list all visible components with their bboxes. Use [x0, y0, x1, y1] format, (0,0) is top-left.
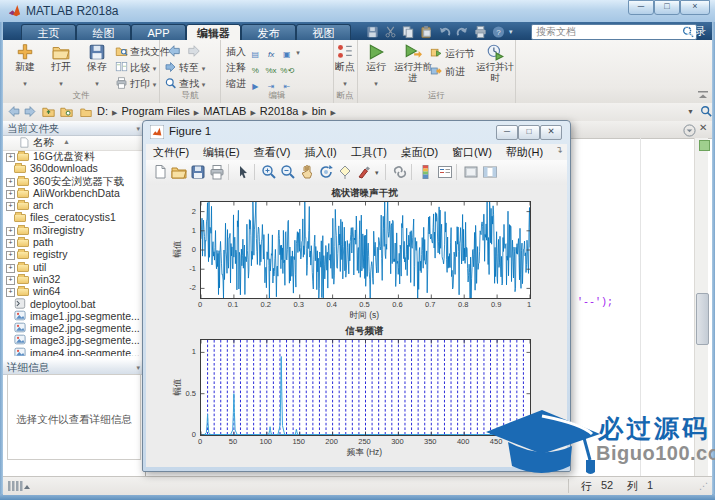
tab-APP[interactable]: APP — [131, 24, 186, 41]
login-button[interactable]: 登录 — [684, 24, 706, 39]
menu-插入(I)[interactable]: 插入(I) — [297, 144, 343, 160]
insert-colorbar-icon[interactable] — [418, 164, 434, 180]
tab-发布[interactable]: 发布 — [241, 24, 296, 41]
find-button[interactable]: 查找 ▾ — [164, 76, 205, 91]
expand-icon[interactable]: + — [6, 288, 15, 297]
zoom-in-icon[interactable] — [261, 164, 277, 180]
minimize-button[interactable]: ─ — [628, 0, 654, 15]
collapse-ribbon-icon[interactable] — [697, 86, 709, 104]
scrollbar-thumb[interactable] — [696, 293, 709, 345]
copy-icon[interactable] — [401, 25, 416, 39]
file-row[interactable]: +registry — [3, 248, 144, 260]
tab-视图[interactable]: 视图 — [296, 24, 351, 41]
print-icon[interactable] — [473, 25, 488, 39]
file-row[interactable]: +16G优盘资料 — [3, 150, 144, 162]
link-plot-icon[interactable] — [392, 164, 408, 180]
save-icon[interactable] — [365, 25, 380, 39]
maximize-button[interactable]: □ — [654, 0, 680, 15]
editor-code-fragment[interactable]: , '--'); — [565, 297, 613, 308]
history-forward-icon[interactable] — [23, 105, 37, 120]
panel-menu-icon[interactable]: ▾ — [136, 121, 140, 136]
expand-icon[interactable]: + — [6, 251, 15, 260]
expand-icon[interactable]: + — [6, 227, 15, 236]
file-row[interactable]: deploytool.bat — [3, 298, 144, 310]
file-row[interactable]: +util — [3, 261, 144, 273]
breakpoints-button[interactable]: 断点▾ — [328, 43, 362, 90]
comment-button[interactable]: 注释 % %x %⟲ — [226, 60, 293, 75]
file-row[interactable]: files_ceratocystis1 — [3, 211, 144, 223]
breadcrumb-item[interactable]: bin — [312, 105, 327, 117]
address-dropdown-icon[interactable]: ▼ — [687, 108, 694, 115]
file-row[interactable]: +arch — [3, 199, 144, 211]
tab-编辑器[interactable]: 编辑器 — [186, 24, 241, 41]
open-button[interactable]: 打开▾ — [44, 43, 78, 90]
new-figure-icon[interactable] — [152, 164, 168, 180]
insert-legend-icon[interactable] — [437, 164, 453, 180]
edit-plot-icon[interactable] — [235, 164, 251, 180]
figure-minimize-button[interactable]: ─ — [496, 125, 518, 140]
tab-绘图[interactable]: 绘图 — [76, 24, 131, 41]
up-folder-icon[interactable] — [41, 105, 56, 120]
open-file-icon[interactable] — [171, 164, 187, 180]
menu-编辑(E)[interactable]: 编辑(E) — [196, 144, 247, 160]
print-figure-icon[interactable] — [209, 164, 225, 180]
qat-dropdown-icon[interactable]: ▾ — [509, 28, 513, 36]
rotate-3d-icon[interactable] — [318, 164, 334, 180]
run-time-button[interactable]: 运行并计时 — [476, 43, 514, 83]
file-row[interactable]: image2.jpg-segmente... — [3, 322, 144, 334]
menu-窗口(W)[interactable]: 窗口(W) — [445, 144, 499, 160]
doc-search-box[interactable]: 搜索文档 — [531, 24, 697, 40]
compare-button[interactable]: 比较 ▾ — [115, 60, 156, 75]
breadcrumb-item[interactable]: R2018a — [260, 105, 299, 117]
data-cursor-icon[interactable] — [337, 164, 353, 180]
expand-icon[interactable]: + — [6, 190, 15, 199]
advance-button[interactable]: 前进 — [430, 64, 465, 79]
expand-icon[interactable]: + — [6, 153, 15, 162]
name-column-header[interactable]: 名称 ▲ — [3, 136, 144, 151]
breadcrumb-item[interactable]: Program Files — [121, 105, 189, 117]
file-row[interactable]: +path — [3, 236, 144, 248]
breadcrumb-item[interactable]: MATLAB — [203, 105, 246, 117]
expand-icon[interactable]: + — [6, 202, 15, 211]
history-back-icon[interactable] — [7, 105, 21, 120]
expand-icon[interactable]: + — [6, 264, 15, 273]
save-figure-icon[interactable] — [190, 164, 206, 180]
help-icon[interactable]: ? — [491, 25, 506, 39]
file-row[interactable]: 360downloads — [3, 162, 144, 174]
pan-icon[interactable] — [299, 164, 315, 180]
tab-主页[interactable]: 主页 — [21, 24, 76, 41]
file-row[interactable]: image3.jpg-segmente... — [3, 334, 144, 346]
close-editor-icon[interactable]: ✕ — [699, 122, 707, 133]
dock-figure-icon[interactable]: ↴ — [555, 145, 563, 155]
menu-查看(V)[interactable]: 查看(V) — [247, 144, 298, 160]
expand-icon[interactable]: + — [6, 178, 15, 187]
file-list[interactable]: +16G优盘资料360downloads+360安全浏览器下载+AliWorkb… — [3, 150, 144, 356]
menu-工具(T)[interactable]: 工具(T) — [344, 144, 394, 160]
show-plot-tools-icon[interactable] — [482, 164, 498, 180]
save-button[interactable]: 保存▾ — [80, 43, 114, 90]
file-row[interactable]: image1.jpg-segmente... — [3, 310, 144, 322]
details-menu-icon[interactable]: ▾ — [136, 360, 140, 375]
status-grip-icon[interactable] — [8, 480, 30, 494]
file-row[interactable]: +win64 — [3, 285, 144, 297]
figure-close-button[interactable]: ✕ — [540, 125, 562, 140]
menu-文件(F)[interactable]: 文件(F) — [146, 144, 196, 160]
brush-dropdown-icon[interactable]: ▾ — [375, 169, 379, 177]
breadcrumb-item[interactable]: D: — [97, 105, 108, 117]
resize-grip-icon[interactable]: ⋰ — [699, 481, 708, 491]
redo-icon[interactable] — [455, 25, 470, 39]
expand-icon[interactable]: + — [6, 239, 15, 248]
axes[interactable] — [200, 201, 531, 299]
brush-icon[interactable] — [356, 164, 372, 180]
address-search-icon[interactable] — [700, 105, 712, 119]
file-row[interactable]: +360安全浏览器下载 — [3, 175, 144, 187]
insert-button[interactable]: 插入 ▤ fx ▣ ▾ — [226, 44, 300, 59]
print-button[interactable]: 打印 ▾ — [115, 76, 156, 91]
figure-maximize-button[interactable]: □ — [518, 125, 540, 140]
goto-button[interactable]: 转至 ▾ — [164, 60, 205, 75]
indent-button[interactable]: 缩进 ▶ ⇥ ⇤ — [226, 76, 293, 91]
axes[interactable] — [200, 339, 531, 436]
file-row[interactable]: +AliWorkbenchData — [3, 187, 144, 199]
menu-桌面(D)[interactable]: 桌面(D) — [394, 144, 445, 160]
hide-plot-tools-icon[interactable] — [463, 164, 479, 180]
